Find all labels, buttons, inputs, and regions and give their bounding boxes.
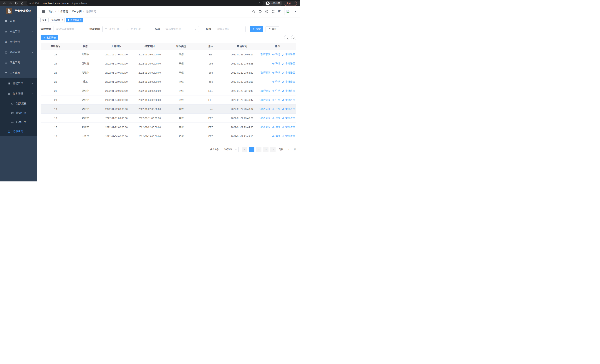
address-bar[interactable]: 不安全 dashboard.yudao.iocoder.cn/bpm/oa/le…	[27, 1, 263, 6]
search-icon[interactable]	[252, 10, 255, 13]
detail-action-link[interactable]: 详情	[272, 80, 280, 84]
create-leave-button[interactable]: 发起请假	[41, 35, 58, 40]
cell-apply_time: 2022-01-22 23:45:29	[225, 117, 259, 120]
start-date-placeholder: 开始日期	[109, 28, 124, 31]
apply-time-range-picker[interactable]: 开始日期 - 结束日期	[103, 26, 147, 32]
detail-action-link[interactable]: 详情	[272, 107, 280, 111]
progress-action-link[interactable]: 审批进度	[282, 116, 295, 120]
sidebar-item-home[interactable]: 首页	[0, 16, 37, 26]
tab-leave-query[interactable]: 请假查询 ×	[66, 18, 83, 22]
progress-action-link[interactable]: 审批进度	[282, 53, 295, 56]
table-row[interactable]: 16不通过2022-01-04 00:00:002022-01-13 00:00…	[41, 132, 296, 141]
sidebar-collapse-icon[interactable]	[41, 10, 45, 13]
sidebar-item-workflow[interactable]: 工作流程	[0, 68, 37, 78]
detail-action-link[interactable]: 详情	[272, 116, 280, 120]
close-icon[interactable]: ×	[80, 19, 82, 21]
progress-action-link[interactable]: 审批进度	[282, 80, 295, 84]
toggle-search-button[interactable]	[284, 35, 289, 40]
table-row[interactable]: 21处理中2022-01-22 00:00:002022-01-23 00:00…	[41, 86, 296, 95]
breadcrumb-oa-example[interactable]: OA 示例	[72, 10, 82, 13]
cancel-action-link[interactable]: 取消请假	[259, 98, 270, 102]
progress-action-link[interactable]: 审批进度	[282, 71, 295, 74]
close-icon[interactable]: ×	[62, 19, 63, 21]
page-button-3[interactable]: 3	[263, 147, 269, 152]
breadcrumb-home[interactable]: 首页	[48, 10, 54, 13]
table-row[interactable]: 22通过2022-01-22 00:00:002022-01-22 00:00:…	[41, 77, 296, 86]
detail-action-link[interactable]: 详情	[272, 98, 280, 102]
sidebar-item-payment[interactable]: ¥ 支付管理	[0, 37, 37, 47]
progress-action-link[interactable]: 审批进度	[282, 62, 295, 65]
caret-down-icon[interactable]: ▼	[294, 10, 296, 13]
sidebar-item-infra[interactable]: 基础设施	[0, 47, 37, 57]
refresh-table-button[interactable]	[291, 35, 296, 40]
page-size-select[interactable]: 10条/页	[222, 147, 239, 152]
leave-type-select[interactable]: 请选择请假类型	[54, 26, 86, 32]
security-warning-icon[interactable]	[29, 2, 31, 4]
detail-action-link[interactable]: 详情	[272, 71, 280, 74]
result-select[interactable]: 请选择流结果	[163, 26, 199, 32]
sidebar-item-todo-tasks[interactable]: 待办任务	[0, 108, 37, 118]
progress-action-link[interactable]: 审批进度	[282, 89, 295, 93]
cancel-action-link[interactable]: 取消请假	[259, 107, 270, 111]
table-row[interactable]: 18处理中2022-01-11 00:00:002022-01-11 00:00…	[41, 114, 296, 123]
sidebar-item-my-process[interactable]: 我的流程	[0, 99, 37, 108]
table-row[interactable]: 25处理中2021-12-27 00:00:002022-01-19 00:00…	[41, 50, 296, 59]
progress-action-link[interactable]: 审批进度	[282, 135, 295, 138]
leave-table: 申请编号 状态 开始时间 结束时间 请假类型 原因 申请时间 操作 25处理中2…	[41, 43, 296, 141]
cancel-action-link[interactable]: 取消请假	[259, 89, 270, 93]
table-row[interactable]: 17处理中2022-01-22 00:00:002022-01-22 00:00…	[41, 123, 296, 132]
avatar[interactable]	[284, 8, 291, 15]
progress-action-link[interactable]: 审批进度	[282, 98, 295, 102]
next-page-button[interactable]	[270, 147, 276, 152]
tab-home[interactable]: 首页	[40, 18, 48, 22]
jump-page-input[interactable]	[285, 147, 292, 152]
tab-process-detail[interactable]: 流程详情 ×	[50, 18, 65, 22]
cell-start_time: 2021-12-27 00:00:00	[100, 53, 133, 56]
progress-action-link[interactable]: 审批进度	[282, 125, 295, 129]
browser-forward-icon[interactable]	[9, 2, 12, 5]
cancel-action-link[interactable]: 取消请假	[259, 53, 270, 56]
table-row[interactable]: 24已取消2022-01-03 00:00:002022-01-26 00:00…	[41, 59, 296, 68]
reset-button[interactable]: 重置	[265, 26, 279, 32]
table-row[interactable]: 19处理中2022-01-22 00:00:002022-01-22 00:00…	[41, 104, 296, 114]
page-button-1[interactable]: 1	[249, 147, 254, 152]
github-icon[interactable]	[259, 10, 262, 13]
breadcrumb-workflow[interactable]: 工作流程	[58, 10, 68, 13]
cancel-action-link[interactable]: 取消请假	[259, 71, 270, 74]
browser-menu-dots-icon[interactable]	[293, 2, 296, 5]
browser-update-button[interactable]: 更新	[284, 1, 297, 6]
browser-home-icon[interactable]	[21, 2, 24, 5]
fullscreen-icon[interactable]	[272, 10, 275, 13]
browser-back-icon[interactable]	[3, 2, 6, 5]
range-separator: -	[125, 28, 129, 31]
leave-type-label: 请假类型	[41, 28, 51, 31]
bookmark-star-icon[interactable]	[258, 2, 261, 5]
detail-action-link[interactable]: 详情	[272, 53, 280, 56]
detail-action-link[interactable]: 详情	[272, 135, 280, 138]
detail-action-link[interactable]: 详情	[272, 125, 280, 129]
search-button[interactable]: 搜索	[250, 26, 263, 32]
sidebar-logo[interactable]: 芋道管理系统	[0, 6, 37, 16]
cell-status: 处理中	[71, 125, 100, 129]
sidebar-item-devtools[interactable]: 研发工具	[0, 57, 37, 68]
sidebar-item-done-tasks[interactable]: 已办任务	[0, 118, 37, 127]
page-button-2[interactable]: 2	[256, 147, 262, 152]
detail-action-link[interactable]: 详情	[272, 62, 280, 65]
sidebar-item-process-mgmt[interactable]: 流程管理	[0, 78, 37, 89]
progress-action-link[interactable]: 审批进度	[282, 107, 295, 111]
sidebar-item-leave-query[interactable]: 请假查询	[0, 127, 37, 136]
app-title: 芋道管理系统	[14, 9, 31, 13]
table-row[interactable]: 20处理中2022-01-04 00:00:002022-01-04 00:00…	[41, 95, 296, 104]
sidebar-item-task-mgmt[interactable]: 任务管理	[0, 89, 37, 99]
prev-page-button[interactable]	[242, 147, 247, 152]
reason-input[interactable]	[216, 28, 243, 31]
font-size-icon[interactable]: tT	[278, 10, 280, 13]
cancel-action-link[interactable]: 取消请假	[259, 116, 270, 120]
help-icon[interactable]	[265, 10, 268, 13]
browser-reload-icon[interactable]	[15, 2, 18, 5]
action-label: 详情	[275, 80, 280, 84]
detail-action-link[interactable]: 详情	[272, 89, 280, 93]
table-row[interactable]: 23处理中2022-01-03 00:00:002022-01-26 00:00…	[41, 68, 296, 77]
sidebar-item-system[interactable]: 系统管理	[0, 26, 37, 37]
cancel-action-link[interactable]: 取消请假	[259, 125, 270, 129]
